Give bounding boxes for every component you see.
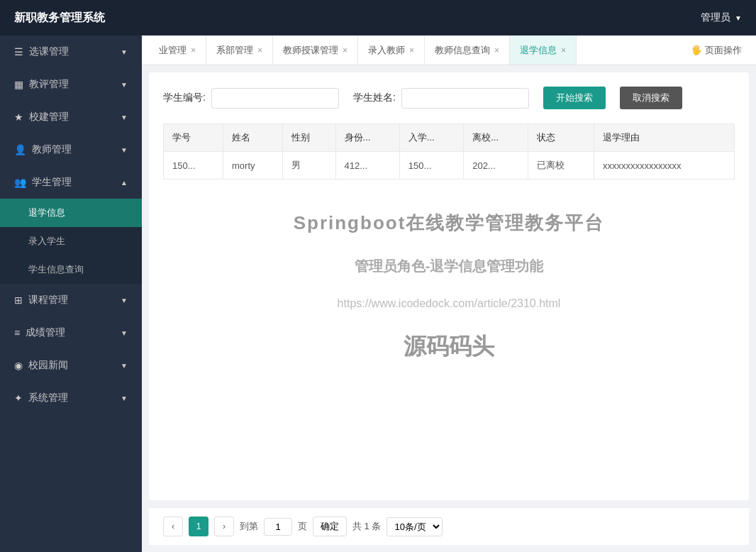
search-field-name: 学生姓名: (353, 88, 529, 109)
sidebar-item-xiaojian[interactable]: ★ 校建管理 ▼ (0, 101, 142, 133)
sidebar-item-xiaoyuan[interactable]: ◉ 校园新闻 ▼ (0, 349, 142, 382)
jiaoping-icon: ▦ (14, 79, 23, 90)
tab-tuixue-close[interactable]: × (561, 45, 566, 55)
student-name-label: 学生姓名: (353, 92, 396, 104)
search-button[interactable]: 开始搜索 (543, 87, 606, 109)
prev-page-button[interactable]: ‹ (163, 517, 183, 536)
cell-xuehao: 150... (164, 152, 223, 180)
data-table: 学号 姓名 性别 身份... 入学... 离校... 状态 退学理由 150..… (163, 123, 735, 180)
sidebar-item-kecheng[interactable]: ⊞ 课程管理 ▼ (0, 284, 142, 316)
sidebar-item-chengji[interactable]: ≡ 成绩管理 ▼ (0, 316, 142, 349)
col-lixiao: 离校... (464, 124, 528, 152)
xitong-arrow: ▼ (121, 394, 128, 402)
goto-page-input[interactable] (264, 518, 292, 536)
sidebar-label-kecheng: 课程管理 (28, 294, 68, 307)
sidebar-label-xiaojian: 校建管理 (29, 111, 69, 123)
goto-confirm-button[interactable]: 确定 (313, 517, 347, 536)
student-name-input[interactable] (401, 88, 529, 109)
luruxuesheng-label: 录入学生 (28, 236, 65, 246)
tab-zhuanye[interactable]: 业管理 × (149, 35, 206, 65)
main-layout: ☰ 选课管理 ▼ ▦ 教评管理 ▼ ★ 校建管理 ▼ 👤 教师管理 ▼ (0, 35, 756, 552)
sidebar-item-xitong[interactable]: ✦ 系统管理 ▼ (0, 382, 142, 414)
search-bar: 学生编号: 学生姓名: 开始搜索 取消搜索 (163, 87, 735, 109)
student-id-label: 学生编号: (163, 92, 206, 104)
sidebar-label-xuesheng: 学生管理 (32, 176, 72, 189)
sidebar: ☰ 选课管理 ▼ ▦ 教评管理 ▼ ★ 校建管理 ▼ 👤 教师管理 ▼ (0, 35, 142, 552)
kecheng-icon: ⊞ (14, 294, 23, 306)
col-tuixueliyou: 退学理由 (594, 124, 734, 152)
user-label: 管理员 (701, 11, 730, 24)
submenu-item-tuixue[interactable]: 退学信息 (0, 199, 142, 227)
cancel-button[interactable]: 取消搜索 (620, 87, 682, 109)
xiaojian-arrow: ▼ (121, 114, 128, 121)
tab-zhuanye-label: 业管理 (159, 44, 187, 57)
tab-tuixue[interactable]: 退学信息 × (510, 35, 577, 65)
tab-actions[interactable]: 🖐 页面操作 (684, 44, 749, 57)
search-field-id: 学生编号: (163, 88, 339, 109)
jiaoshi-arrow: ▼ (121, 146, 128, 154)
cell-lixiao: 202... (464, 152, 528, 180)
chengji-arrow: ▼ (121, 329, 128, 337)
jiaoping-arrow: ▼ (121, 81, 128, 89)
col-ruxue: 入学... (399, 124, 463, 152)
tab-luru-close[interactable]: × (409, 45, 414, 55)
sidebar-label-xitong: 系统管理 (28, 392, 68, 404)
pagination: ‹ 1 › 到第 页 确定 共 1 条 10条/页 20条/页 50条/页 (149, 507, 749, 545)
next-page-button[interactable]: › (214, 517, 234, 536)
table-row: 150... morty 男 412... 150... 202... 已离校 … (164, 152, 735, 180)
content-area: 业管理 × 系部管理 × 教师授课管理 × 录入教师 × 教师信息查询 × 退学… (142, 35, 756, 552)
jiaoshi-icon: 👤 (14, 144, 26, 155)
cell-shenfeng: 412... (335, 152, 399, 180)
tab-actions-label: 🖐 页面操作 (691, 44, 742, 57)
table-header: 学号 姓名 性别 身份... 入学... 离校... 状态 退学理由 (164, 124, 735, 152)
kecheng-arrow: ▼ (121, 297, 128, 304)
col-xingming: 姓名 (223, 124, 283, 152)
tab-shouke-close[interactable]: × (343, 45, 348, 55)
xiaojian-icon: ★ (14, 111, 23, 123)
col-xingbie: 性别 (283, 124, 336, 152)
submenu-item-luruxuesheng[interactable]: 录入学生 (0, 227, 142, 255)
watermark-line1: Springboot在线教学管理教务平台 (294, 211, 605, 236)
sidebar-item-jiaoshi[interactable]: 👤 教师管理 ▼ (0, 133, 142, 166)
sidebar-label-xuanke: 选课管理 (29, 45, 69, 58)
xuanke-arrow: ▼ (121, 48, 128, 56)
submenu-item-xueshengxinxi[interactable]: 学生信息查询 (0, 255, 142, 284)
tab-tuixue-label: 退学信息 (520, 44, 557, 57)
tab-luru-label: 录入教师 (368, 44, 405, 57)
tab-shouke-label: 教师授课管理 (283, 44, 338, 57)
tab-zhuanye-close[interactable]: × (191, 45, 196, 55)
tab-jiaoshicha-close[interactable]: × (494, 45, 499, 55)
top-header: 新职教务管理系统 管理员 ▼ (0, 0, 756, 35)
sidebar-item-xuanke[interactable]: ☰ 选课管理 ▼ (0, 35, 142, 68)
watermark-line3: https://www.icodedock.com/article/2310.h… (338, 297, 561, 310)
tab-jiaoshicha-label: 教师信息查询 (435, 44, 490, 57)
xuesheng-arrow: ▲ (121, 179, 128, 187)
sidebar-label-jiaoping: 教评管理 (29, 78, 69, 91)
tab-xibu[interactable]: 系部管理 × (206, 35, 273, 65)
sidebar-label-chengji: 成绩管理 (26, 326, 65, 339)
page-label: 页 (298, 520, 307, 533)
page-size-select[interactable]: 10条/页 20条/页 50条/页 (387, 517, 443, 536)
col-zhuangtai: 状态 (528, 124, 594, 152)
tab-luru[interactable]: 录入教师 × (358, 35, 425, 65)
chengji-icon: ≡ (14, 327, 20, 338)
cell-xingbie: 男 (283, 152, 336, 180)
cell-xingming: morty (223, 152, 283, 180)
cell-zhuangtai: 已离校 (528, 152, 594, 180)
student-id-input[interactable] (211, 88, 339, 109)
sidebar-item-xuesheng[interactable]: 👥 学生管理 ▲ (0, 166, 142, 199)
sidebar-item-jiaoping[interactable]: ▦ 教评管理 ▼ (0, 68, 142, 101)
tab-jiaoshicha[interactable]: 教师信息查询 × (425, 35, 510, 65)
xueshengxinxi-label: 学生信息查询 (28, 264, 84, 275)
xitong-icon: ✦ (14, 392, 23, 404)
user-menu[interactable]: 管理员 ▼ (701, 11, 742, 24)
tuixue-label: 退学信息 (28, 207, 65, 218)
total-label: 共 1 条 (352, 520, 381, 533)
col-xuehao: 学号 (164, 124, 223, 152)
current-page-button[interactable]: 1 (189, 517, 209, 536)
watermark-line4: 源码码头 (404, 331, 494, 363)
tab-bar: 业管理 × 系部管理 × 教师授课管理 × 录入教师 × 教师信息查询 × 退学… (142, 35, 756, 65)
tab-shouke[interactable]: 教师授课管理 × (273, 35, 358, 65)
app-title: 新职教务管理系统 (14, 11, 105, 26)
tab-xibu-close[interactable]: × (257, 45, 262, 55)
